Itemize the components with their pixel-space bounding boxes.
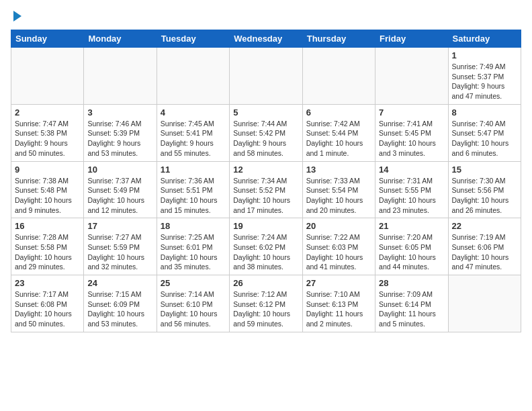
calendar-day-cell: 2Sunrise: 7:47 AM Sunset: 5:38 PM Daylig… — [11, 104, 84, 161]
calendar-day-cell: 6Sunrise: 7:42 AM Sunset: 5:44 PM Daylig… — [302, 104, 375, 161]
calendar-day-cell — [157, 48, 229, 105]
day-number: 22 — [452, 221, 517, 231]
day-info: Sunrise: 7:27 AM Sunset: 5:59 PM Dayligh… — [87, 232, 152, 272]
day-info: Sunrise: 7:25 AM Sunset: 6:01 PM Dayligh… — [161, 232, 226, 272]
calendar-day-cell: 12Sunrise: 7:34 AM Sunset: 5:52 PM Dayli… — [230, 161, 302, 218]
day-info: Sunrise: 7:33 AM Sunset: 5:54 PM Dayligh… — [306, 176, 371, 216]
calendar-day-cell — [230, 48, 302, 105]
calendar-day-cell: 10Sunrise: 7:37 AM Sunset: 5:49 PM Dayli… — [84, 161, 157, 218]
day-number: 4 — [161, 107, 226, 118]
calendar-day-cell: 18Sunrise: 7:25 AM Sunset: 6:01 PM Dayli… — [157, 218, 229, 275]
day-info: Sunrise: 7:19 AM Sunset: 6:06 PM Dayligh… — [452, 232, 517, 272]
calendar-day-cell: 26Sunrise: 7:12 AM Sunset: 6:12 PM Dayli… — [230, 275, 302, 332]
calendar-day-cell: 9Sunrise: 7:38 AM Sunset: 5:48 PM Daylig… — [11, 161, 84, 218]
day-of-week-header: Monday — [84, 30, 157, 48]
day-number: 18 — [161, 221, 226, 231]
day-number: 9 — [15, 165, 80, 175]
calendar-day-cell — [375, 48, 448, 105]
day-number: 21 — [379, 221, 444, 231]
calendar-day-cell: 1Sunrise: 7:49 AM Sunset: 5:37 PM Daylig… — [448, 48, 521, 105]
calendar-day-cell: 22Sunrise: 7:19 AM Sunset: 6:06 PM Dayli… — [448, 218, 521, 275]
calendar-week-row: 1Sunrise: 7:49 AM Sunset: 5:37 PM Daylig… — [11, 48, 521, 105]
calendar-day-cell — [448, 275, 521, 332]
day-number: 15 — [452, 165, 517, 175]
day-number: 8 — [452, 107, 517, 118]
day-info: Sunrise: 7:14 AM Sunset: 6:10 PM Dayligh… — [161, 289, 226, 329]
day-info: Sunrise: 7:36 AM Sunset: 5:51 PM Dayligh… — [161, 176, 226, 216]
calendar-day-cell — [84, 48, 157, 105]
calendar-table: SundayMondayTuesdayWednesdayThursdayFrid… — [11, 30, 521, 332]
day-number: 2 — [15, 107, 80, 118]
calendar-week-row: 2Sunrise: 7:47 AM Sunset: 5:38 PM Daylig… — [11, 104, 521, 161]
day-info: Sunrise: 7:30 AM Sunset: 5:56 PM Dayligh… — [452, 176, 517, 216]
calendar-week-row: 9Sunrise: 7:38 AM Sunset: 5:48 PM Daylig… — [11, 161, 521, 218]
calendar-day-cell — [302, 48, 375, 105]
day-info: Sunrise: 7:47 AM Sunset: 5:38 PM Dayligh… — [15, 119, 80, 158]
day-info: Sunrise: 7:34 AM Sunset: 5:52 PM Dayligh… — [233, 176, 298, 216]
day-info: Sunrise: 7:20 AM Sunset: 6:05 PM Dayligh… — [379, 232, 444, 272]
calendar-day-cell: 24Sunrise: 7:15 AM Sunset: 6:09 PM Dayli… — [84, 275, 157, 332]
calendar-day-cell: 8Sunrise: 7:40 AM Sunset: 5:47 PM Daylig… — [448, 104, 521, 161]
calendar-day-cell: 3Sunrise: 7:46 AM Sunset: 5:39 PM Daylig… — [84, 104, 157, 161]
calendar-day-cell: 28Sunrise: 7:09 AM Sunset: 6:14 PM Dayli… — [375, 275, 448, 332]
day-info: Sunrise: 7:22 AM Sunset: 6:03 PM Dayligh… — [306, 232, 371, 272]
day-number: 6 — [306, 107, 371, 118]
calendar-day-cell: 15Sunrise: 7:30 AM Sunset: 5:56 PM Dayli… — [448, 161, 521, 218]
calendar-day-cell: 13Sunrise: 7:33 AM Sunset: 5:54 PM Dayli… — [302, 161, 375, 218]
day-info: Sunrise: 7:10 AM Sunset: 6:13 PM Dayligh… — [306, 289, 371, 329]
day-number: 1 — [452, 50, 517, 60]
day-number: 14 — [379, 165, 444, 175]
logo — [11, 11, 21, 21]
calendar-day-cell: 17Sunrise: 7:27 AM Sunset: 5:59 PM Dayli… — [84, 218, 157, 275]
day-number: 25 — [161, 278, 226, 288]
calendar-day-cell: 23Sunrise: 7:17 AM Sunset: 6:08 PM Dayli… — [11, 275, 84, 332]
day-number: 24 — [87, 278, 152, 288]
day-info: Sunrise: 7:24 AM Sunset: 6:02 PM Dayligh… — [233, 232, 298, 272]
day-info: Sunrise: 7:44 AM Sunset: 5:42 PM Dayligh… — [233, 119, 298, 158]
day-number: 3 — [87, 107, 152, 118]
day-of-week-header: Saturday — [448, 30, 521, 48]
calendar-header-row: SundayMondayTuesdayWednesdayThursdayFrid… — [11, 30, 521, 48]
day-number: 17 — [87, 221, 152, 231]
day-number: 7 — [379, 107, 444, 118]
day-info: Sunrise: 7:17 AM Sunset: 6:08 PM Dayligh… — [15, 289, 80, 329]
day-of-week-header: Wednesday — [230, 30, 302, 48]
calendar-day-cell: 21Sunrise: 7:20 AM Sunset: 6:05 PM Dayli… — [375, 218, 448, 275]
calendar-day-cell: 25Sunrise: 7:14 AM Sunset: 6:10 PM Dayli… — [157, 275, 229, 332]
day-number: 26 — [233, 278, 298, 288]
day-number: 10 — [87, 165, 152, 175]
day-info: Sunrise: 7:46 AM Sunset: 5:39 PM Dayligh… — [87, 119, 152, 158]
day-info: Sunrise: 7:38 AM Sunset: 5:48 PM Dayligh… — [15, 176, 80, 216]
day-info: Sunrise: 7:37 AM Sunset: 5:49 PM Dayligh… — [87, 176, 152, 216]
calendar-day-cell: 11Sunrise: 7:36 AM Sunset: 5:51 PM Dayli… — [157, 161, 229, 218]
day-of-week-header: Sunday — [11, 30, 84, 48]
day-of-week-header: Friday — [375, 30, 448, 48]
day-info: Sunrise: 7:12 AM Sunset: 6:12 PM Dayligh… — [233, 289, 298, 329]
day-number: 28 — [379, 278, 444, 288]
calendar-day-cell: 20Sunrise: 7:22 AM Sunset: 6:03 PM Dayli… — [302, 218, 375, 275]
day-info: Sunrise: 7:42 AM Sunset: 5:44 PM Dayligh… — [306, 119, 371, 158]
day-of-week-header: Thursday — [302, 30, 375, 48]
day-info: Sunrise: 7:31 AM Sunset: 5:55 PM Dayligh… — [379, 176, 444, 216]
calendar-day-cell: 19Sunrise: 7:24 AM Sunset: 6:02 PM Dayli… — [230, 218, 302, 275]
day-info: Sunrise: 7:15 AM Sunset: 6:09 PM Dayligh… — [87, 289, 152, 329]
day-number: 11 — [161, 165, 226, 175]
day-info: Sunrise: 7:49 AM Sunset: 5:37 PM Dayligh… — [452, 62, 517, 101]
day-number: 20 — [306, 221, 371, 231]
day-number: 19 — [233, 221, 298, 231]
calendar-day-cell: 5Sunrise: 7:44 AM Sunset: 5:42 PM Daylig… — [230, 104, 302, 161]
day-info: Sunrise: 7:28 AM Sunset: 5:58 PM Dayligh… — [15, 232, 80, 272]
day-number: 23 — [15, 278, 80, 288]
calendar-week-row: 16Sunrise: 7:28 AM Sunset: 5:58 PM Dayli… — [11, 218, 521, 275]
calendar-day-cell: 27Sunrise: 7:10 AM Sunset: 6:13 PM Dayli… — [302, 275, 375, 332]
day-info: Sunrise: 7:09 AM Sunset: 6:14 PM Dayligh… — [379, 289, 444, 329]
calendar-day-cell — [11, 48, 84, 105]
calendar-day-cell: 14Sunrise: 7:31 AM Sunset: 5:55 PM Dayli… — [375, 161, 448, 218]
day-info: Sunrise: 7:40 AM Sunset: 5:47 PM Dayligh… — [452, 119, 517, 158]
day-number: 5 — [233, 107, 298, 118]
day-number: 12 — [233, 165, 298, 175]
day-number: 13 — [306, 165, 371, 175]
page-header — [11, 11, 521, 21]
calendar-day-cell: 4Sunrise: 7:45 AM Sunset: 5:41 PM Daylig… — [157, 104, 229, 161]
calendar-day-cell: 16Sunrise: 7:28 AM Sunset: 5:58 PM Dayli… — [11, 218, 84, 275]
